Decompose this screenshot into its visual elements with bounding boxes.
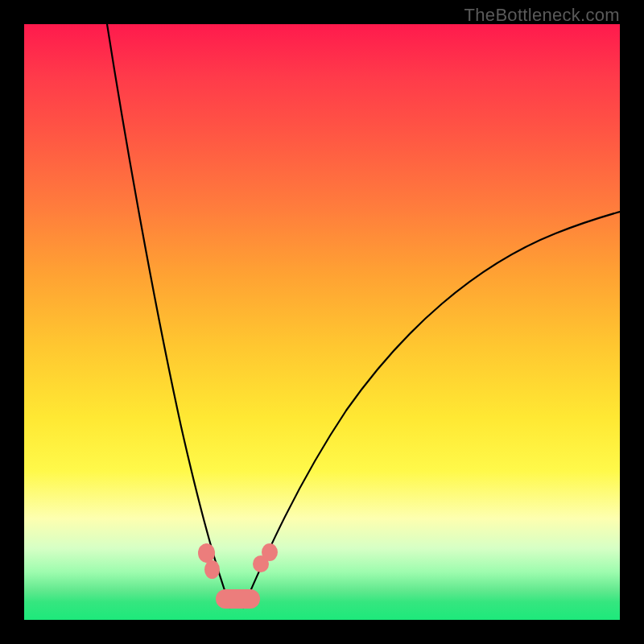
chart-frame: TheBottleneck.com [0,0,644,644]
right-lower-dot [262,543,278,561]
plot-area [24,24,620,620]
left-lower-dot [204,560,220,579]
valley-pill [216,589,260,609]
curves-layer [24,24,620,620]
right-curve [243,212,620,608]
left-curve [107,24,230,608]
attribution-text: TheBottleneck.com [464,5,620,26]
